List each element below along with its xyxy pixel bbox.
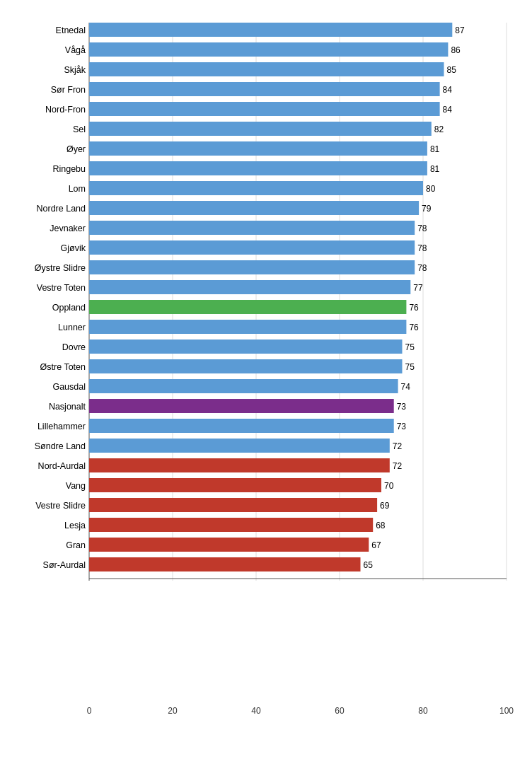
bar-value-10: 78 (417, 224, 427, 233)
bar-label-8: Lom (69, 184, 86, 194)
bar-20 (89, 419, 394, 433)
bar-17 (89, 359, 403, 373)
bar-label-26: Gran (66, 540, 86, 550)
bar-label-0: Etnedal (56, 25, 86, 35)
bar-value-6: 81 (430, 144, 440, 154)
bar-15 (89, 320, 406, 334)
bar-value-8: 80 (426, 184, 436, 194)
bar-value-5: 82 (434, 124, 444, 134)
bar-value-3: 84 (443, 85, 453, 95)
bar-label-1: Vågå (65, 45, 86, 55)
bar-value-0: 87 (455, 25, 465, 35)
bar-label-14: Oppland (52, 303, 86, 313)
bar-5 (89, 122, 432, 136)
bar-21 (89, 439, 390, 453)
bar-22 (89, 458, 390, 472)
bar-18 (89, 379, 398, 393)
bar-24 (89, 498, 377, 512)
bar-16 (89, 340, 403, 354)
bar-label-18: Gausdal (52, 382, 86, 392)
bar-value-21: 72 (393, 441, 403, 451)
bar-value-12: 78 (417, 263, 427, 273)
bar-value-22: 72 (393, 461, 403, 471)
bar-label-23: Vang (66, 481, 86, 491)
x-tick-label-80: 80 (418, 706, 427, 716)
bar-1 (89, 42, 448, 57)
bar-label-20: Lillehammer (37, 422, 86, 431)
bar-value-14: 76 (409, 303, 419, 313)
bar-0 (89, 23, 452, 37)
bar-14 (89, 300, 406, 314)
bar-value-26: 67 (371, 540, 381, 550)
bar-value-13: 77 (413, 283, 423, 293)
bar-value-20: 73 (397, 422, 407, 431)
bar-value-15: 76 (409, 323, 419, 332)
bar-value-2: 85 (447, 65, 457, 75)
bar-19 (89, 399, 394, 413)
x-tick-label-100: 100 (499, 706, 514, 716)
bar-label-25: Lesja (64, 521, 86, 530)
bar-value-9: 79 (422, 204, 432, 214)
bar-11 (89, 240, 415, 255)
bar-value-4: 84 (443, 105, 453, 115)
bar-label-2: Skjåk (64, 65, 86, 75)
bar-26 (89, 538, 369, 552)
bar-value-27: 65 (364, 560, 374, 570)
bar-value-17: 75 (405, 362, 415, 372)
bar-2 (89, 62, 444, 76)
bar-label-9: Nordre Land (37, 204, 86, 214)
bar-label-27: Sør-Aurdal (43, 560, 86, 570)
bar-label-15: Lunner (58, 323, 86, 332)
bar-4 (89, 102, 440, 116)
bar-value-16: 75 (405, 342, 415, 352)
bar-label-21: Søndre Land (35, 441, 86, 451)
bar-25 (89, 518, 373, 532)
x-tick-label-0: 0 (87, 706, 92, 716)
bar-value-7: 81 (430, 164, 440, 174)
bar-value-19: 73 (397, 402, 407, 412)
bar-label-10: Jevnaker (50, 224, 86, 233)
bar-value-18: 74 (401, 382, 411, 392)
bar-label-16: Dovre (62, 342, 86, 352)
x-tick-label-20: 20 (168, 706, 177, 716)
bar-value-23: 70 (384, 481, 394, 491)
bar-13 (89, 280, 410, 294)
bar-label-12: Øystre Slidre (35, 263, 86, 273)
bar-label-5: Sel (73, 124, 86, 134)
bar-label-7: Ringebu (52, 164, 86, 174)
bar-label-17: Østre Toten (40, 362, 86, 372)
bar-27 (89, 557, 361, 571)
bar-6 (89, 141, 427, 156)
bar-label-3: Sør Fron (51, 85, 86, 95)
bar-label-6: Øyer (66, 144, 86, 154)
x-tick-label-40: 40 (251, 706, 260, 716)
bar-value-25: 68 (376, 521, 386, 530)
bar-3 (89, 82, 440, 96)
bar-label-19: Nasjonalt (49, 402, 86, 412)
bar-12 (89, 260, 415, 274)
bar-10 (89, 221, 415, 235)
bar-label-13: Vestre Toten (37, 283, 86, 293)
x-axis-labels: 020406080100 (89, 702, 507, 723)
bar-value-11: 78 (417, 243, 427, 253)
bar-label-4: Nord-Fron (45, 105, 86, 115)
bar-9 (89, 201, 419, 215)
x-tick-label-60: 60 (335, 706, 344, 716)
bar-label-24: Vestre Slidre (35, 501, 86, 511)
bar-8 (89, 181, 423, 195)
bar-value-1: 86 (451, 45, 461, 55)
bar-23 (89, 478, 381, 492)
bar-label-22: Nord-Aurdal (38, 461, 86, 471)
chart-container: 87Etnedal86Vågå85Skjåk84Sør Fron84Nord-F… (11, 8, 521, 758)
bars-wrapper: 87Etnedal86Vågå85Skjåk84Sør Fron84Nord-F… (89, 23, 507, 702)
bar-label-11: Gjøvik (61, 243, 86, 253)
bar-7 (89, 161, 427, 175)
bar-value-24: 69 (380, 501, 390, 511)
